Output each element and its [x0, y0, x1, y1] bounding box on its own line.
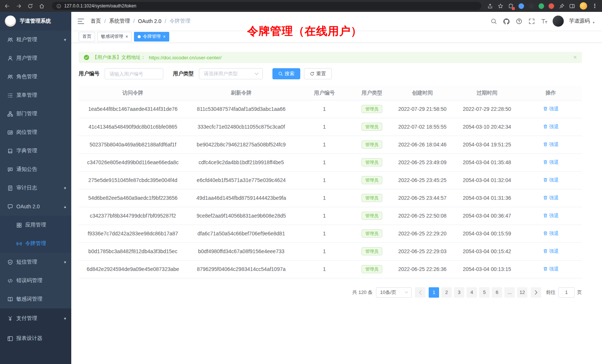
force-logout-button[interactable]: 强退	[543, 266, 559, 272]
tab-home[interactable]: 首页	[79, 32, 95, 42]
actions-cell: 强退	[520, 100, 582, 118]
browser-profile-avatar[interactable]	[580, 2, 587, 10]
refresh-token-cell: b0df4980ffd34c67a08f9156e4eee733	[187, 242, 295, 260]
sidebar-item-dept[interactable]: 部门管理	[0, 105, 71, 123]
sidebar-item-dict[interactable]: 字典管理	[0, 142, 71, 160]
sidebar-item-error-code[interactable]: 错误码管理	[0, 271, 71, 290]
doc-link[interactable]: https://doc.iocoder.cn/user-center/	[149, 55, 222, 60]
user-type-select[interactable]: 请选择用户类型	[199, 68, 263, 79]
pager-more[interactable]: ...	[504, 287, 515, 298]
app-icon	[16, 222, 22, 228]
log-icon	[7, 185, 13, 191]
app-logo[interactable]: 芋道管理系统	[0, 12, 71, 30]
table-row: 1ea5e44f8bc1467aaede43144f31de76 811c530…	[79, 100, 582, 118]
extension-icon[interactable]	[539, 3, 544, 9]
back-button[interactable]	[4, 3, 10, 9]
user-type-badge: 管理员	[361, 212, 382, 220]
sidebar-item-user[interactable]: 用户管理	[0, 49, 71, 67]
home-button[interactable]	[39, 3, 45, 9]
sidebar-item-report-designer[interactable]: 报表设计器	[0, 328, 71, 348]
search-icon[interactable]	[491, 18, 497, 24]
sidebar-item-notice[interactable]: 通知公告	[0, 160, 71, 179]
forward-button[interactable]	[16, 3, 22, 9]
pay-icon	[7, 316, 13, 321]
refresh-token-cell: be90422b8c7946218275a508bf524fc9	[187, 136, 295, 153]
extension-icon[interactable]	[518, 3, 524, 9]
sidebar-item-post[interactable]: 岗位管理	[0, 123, 71, 142]
fullscreen-icon[interactable]	[529, 18, 535, 24]
table-row: 6d842e2924594de9a09e45e087323abe 8796295…	[79, 260, 582, 278]
breadcrumb-item[interactable]: 系统管理	[109, 18, 130, 24]
extensions-icon[interactable]	[508, 3, 514, 9]
alert-close-icon[interactable]: ×	[573, 54, 577, 60]
sidebar-item-role[interactable]: 角色管理	[0, 67, 71, 86]
extension-icon[interactable]	[529, 3, 534, 9]
reset-button[interactable]: 重置	[304, 68, 332, 79]
browser-menu-icon[interactable]: ⋮	[592, 3, 598, 9]
sidebar-item-sms[interactable]: 短信管理 ▾	[0, 253, 71, 271]
user-avatar[interactable]	[553, 16, 564, 27]
question-icon[interactable]	[516, 18, 522, 24]
sidebar-item-audit-log[interactable]: 审计日志 ▾	[0, 179, 71, 197]
sidebar-item-oauth2-token[interactable]: 令牌管理	[0, 234, 71, 253]
sidebar-menu: 租户管理 ▾ 用户管理 角色管理 菜单管理 部门管理 岗位管理 字典管理 通知公…	[0, 30, 71, 308]
font-size-icon[interactable]	[541, 18, 547, 24]
pager-page-1[interactable]: 1	[429, 287, 439, 298]
pager-page-5[interactable]: 5	[479, 287, 490, 298]
breadcrumb-item[interactable]: 首页	[91, 18, 101, 24]
sidebar-item-menu[interactable]: 菜单管理	[0, 86, 71, 105]
prev-page-button[interactable]	[415, 287, 425, 298]
pager-page-12[interactable]: 12	[517, 287, 527, 298]
browser-toolbar: 127.0.0.1:1024/system/oauth2/token ⋮	[0, 0, 602, 12]
reload-button[interactable]	[27, 3, 33, 9]
force-logout-button[interactable]: 强退	[543, 212, 559, 219]
delete-icon	[543, 160, 548, 165]
force-logout-button[interactable]: 强退	[543, 177, 559, 183]
column-header: 访问令牌	[79, 86, 187, 100]
pager-page-3[interactable]: 3	[454, 287, 464, 298]
sidebar-item-pay[interactable]: 支付管理 ▾	[0, 308, 71, 328]
pager-page-4[interactable]: 4	[467, 287, 477, 298]
force-logout-button[interactable]: 强退	[543, 248, 559, 255]
tab-close-icon[interactable]: ×	[163, 34, 166, 39]
search-button[interactable]: 搜索	[272, 68, 300, 79]
pager-page-6[interactable]: 6	[492, 287, 502, 298]
pager-page-2[interactable]: 2	[441, 287, 452, 298]
doc-alert: 【用户体系】文档地址： https://doc.iocoder.cn/user-…	[79, 52, 582, 63]
goto-page-input[interactable]	[558, 287, 575, 298]
breadcrumb-item[interactable]: OAuth 2.0	[138, 18, 161, 24]
tab-oauth2-token[interactable]: 令牌管理 ×	[134, 32, 169, 42]
share-icon[interactable]	[487, 3, 493, 9]
sidebar-item-tenant[interactable]: 租户管理 ▾	[0, 30, 71, 49]
force-logout-button[interactable]: 强退	[543, 159, 559, 166]
tab-sensitive-word[interactable]: 敏感词管理 ×	[97, 32, 132, 42]
pin-icon[interactable]	[559, 3, 565, 9]
refresh-token-cell: 333ecfc71e02480cb11055c875c3ca0f	[187, 118, 295, 136]
create-time-cell: 2022-06-25 23:49:09	[390, 153, 454, 171]
force-logout-button[interactable]: 强退	[543, 141, 559, 148]
caret-down-icon[interactable]: ▾	[593, 20, 595, 24]
address-bar[interactable]: 127.0.0.1:1024/system/oauth2/token	[52, 2, 481, 10]
bookmark-star-icon[interactable]	[498, 3, 503, 9]
page-size-select[interactable]: 10条/页	[376, 287, 412, 298]
force-logout-button[interactable]: 强退	[543, 123, 559, 130]
user-type-badge: 管理员	[361, 158, 382, 166]
github-icon[interactable]	[503, 18, 510, 24]
force-logout-button[interactable]: 强退	[543, 230, 559, 237]
site-info-icon[interactable]	[56, 4, 61, 9]
sidebar-item-oauth2[interactable]: OAuth 2.0 ▴	[0, 197, 71, 216]
sidebar-toggle-icon[interactable]	[569, 3, 575, 9]
refresh-token-cell: e6cfd40eb1f54571a31e775e039c4624	[187, 171, 295, 189]
user-type-badge: 管理员	[361, 194, 382, 202]
table-row: 54d6be82ee5a460a9aedc1f9bf223656 49d1aa4…	[79, 189, 582, 207]
force-logout-button[interactable]: 强退	[543, 195, 559, 201]
force-logout-button[interactable]: 强退	[543, 106, 559, 112]
next-page-button[interactable]	[531, 287, 541, 298]
tab-close-icon[interactable]: ×	[125, 34, 128, 39]
sidebar-collapse-icon[interactable]	[78, 19, 84, 24]
sidebar-item-sensitive-word[interactable]: 敏感词管理	[0, 290, 71, 308]
user-id-input[interactable]	[105, 68, 163, 79]
extension-icon[interactable]	[549, 3, 554, 9]
sidebar-item-oauth2-application[interactable]: 应用管理	[0, 216, 71, 234]
user-name[interactable]: 芋道源码	[569, 18, 590, 24]
